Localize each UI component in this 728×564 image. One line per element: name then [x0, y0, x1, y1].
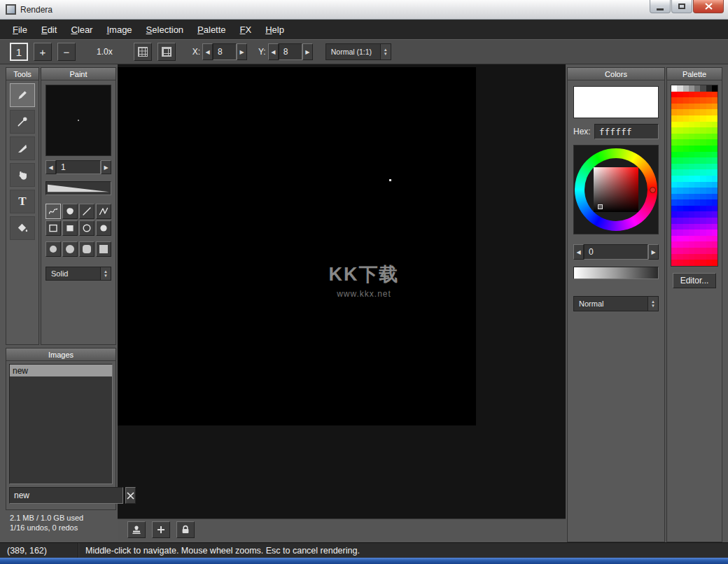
- palette-cell[interactable]: [706, 122, 712, 128]
- image-name-input[interactable]: [9, 487, 123, 504]
- palette-cell[interactable]: [694, 211, 700, 218]
- palette-cell[interactable]: [671, 224, 677, 230]
- maximize-button[interactable]: [671, 0, 692, 13]
- palette-cell[interactable]: [689, 224, 694, 230]
- palette-cell[interactable]: [712, 169, 718, 176]
- palette-cell[interactable]: [700, 218, 706, 224]
- stroke-filled-rect-button[interactable]: [62, 220, 78, 236]
- palette-cell[interactable]: [700, 92, 706, 98]
- palette-cell[interactable]: [712, 236, 718, 242]
- grid-snap-button[interactable]: [158, 43, 176, 61]
- stroke-line-button[interactable]: [79, 204, 94, 219]
- palette-cell[interactable]: [671, 152, 677, 158]
- palette-cell[interactable]: [677, 176, 682, 182]
- palette-cell[interactable]: [706, 199, 712, 206]
- menu-item-fx[interactable]: FX: [233, 21, 259, 38]
- stroke-oval-button[interactable]: [79, 220, 94, 236]
- palette-cell[interactable]: [683, 157, 689, 164]
- palette-cell[interactable]: [671, 199, 677, 206]
- palette-cell[interactable]: [694, 218, 700, 224]
- palette-cell[interactable]: [677, 97, 682, 104]
- list-item-selected[interactable]: new: [10, 365, 112, 376]
- palette-cell[interactable]: [700, 127, 706, 134]
- palette-cell[interactable]: [671, 241, 677, 248]
- palette-cell[interactable]: [694, 127, 700, 134]
- palette-cell[interactable]: [689, 248, 694, 254]
- paint-mode-dropdown[interactable]: Solid ▲▼: [46, 267, 111, 281]
- palette-cell[interactable]: [677, 92, 682, 98]
- palette-cell[interactable]: [694, 139, 700, 146]
- palette-cell[interactable]: [683, 188, 689, 194]
- palette-cell[interactable]: [700, 224, 706, 230]
- palette-cell[interactable]: [700, 206, 706, 212]
- palette-cell[interactable]: [683, 109, 689, 115]
- palette-cell[interactable]: [712, 146, 718, 152]
- palette-cell[interactable]: [706, 157, 712, 164]
- palette-cell[interactable]: [689, 182, 694, 188]
- brush-shape-rounded-square-button[interactable]: [79, 241, 94, 257]
- constrain-button[interactable]: [176, 521, 195, 538]
- palette-cell[interactable]: [706, 97, 712, 104]
- palette-cell[interactable]: [683, 139, 689, 146]
- trans-value[interactable]: 0: [584, 244, 648, 260]
- palette-cell[interactable]: [689, 92, 694, 98]
- palette-cell[interactable]: [689, 206, 694, 212]
- palette-cell[interactable]: [712, 122, 718, 128]
- palette-cell[interactable]: [671, 169, 677, 176]
- palette-cell[interactable]: [694, 176, 700, 182]
- palette-cell[interactable]: [671, 115, 677, 122]
- palette-cell[interactable]: [689, 157, 694, 164]
- delete-image-button[interactable]: [125, 487, 136, 504]
- palette-cell[interactable]: [683, 199, 689, 206]
- palette-cell[interactable]: [712, 241, 718, 248]
- palette-cell[interactable]: [671, 97, 677, 104]
- stroke-region-button[interactable]: [62, 204, 78, 219]
- palette-cell[interactable]: [706, 236, 712, 242]
- palette-cell[interactable]: [683, 248, 689, 254]
- menu-item-selection[interactable]: Selection: [139, 21, 190, 38]
- menu-item-image[interactable]: Image: [99, 21, 139, 38]
- palette-cell[interactable]: [677, 218, 682, 224]
- stroke-taper-slider[interactable]: [46, 181, 111, 195]
- menu-item-help[interactable]: Help: [258, 21, 291, 38]
- palette-cell[interactable]: [677, 134, 682, 140]
- palette-cell[interactable]: [700, 254, 706, 260]
- hue-marker[interactable]: [650, 187, 656, 193]
- palette-cell[interactable]: [677, 241, 682, 248]
- palette-cell[interactable]: [689, 104, 694, 110]
- palette-cell[interactable]: [671, 127, 677, 134]
- palette-cell[interactable]: [694, 115, 700, 122]
- palette-cell[interactable]: [706, 169, 712, 176]
- palette-cell[interactable]: [700, 134, 706, 140]
- palette-cell[interactable]: [700, 211, 706, 218]
- palette-cell[interactable]: [700, 230, 706, 236]
- palette-cell[interactable]: [689, 236, 694, 242]
- palette-cell[interactable]: [700, 115, 706, 122]
- palette-cell[interactable]: [706, 134, 712, 140]
- palette-cell[interactable]: [700, 122, 706, 128]
- palette-cell[interactable]: [671, 92, 677, 98]
- tool-paint[interactable]: [10, 83, 35, 107]
- palette-cell[interactable]: [683, 230, 689, 236]
- palette-cell[interactable]: [706, 254, 712, 260]
- palette-cell[interactable]: [677, 146, 682, 152]
- tool-fill[interactable]: [10, 216, 35, 240]
- palette-cell[interactable]: [671, 206, 677, 212]
- palette-cell[interactable]: [683, 164, 689, 170]
- palette-cell[interactable]: [712, 176, 718, 182]
- grid-y-value[interactable]: 8: [279, 43, 302, 60]
- palette-cell[interactable]: [683, 92, 689, 98]
- palette-cell[interactable]: [694, 122, 700, 128]
- palette-cell[interactable]: [671, 182, 677, 188]
- palette-cell[interactable]: [671, 248, 677, 254]
- blend-mode-dropdown[interactable]: Normal ▲▼: [573, 296, 659, 311]
- palette-cell[interactable]: [683, 146, 689, 152]
- palette-cell[interactable]: [706, 104, 712, 110]
- palette-cell[interactable]: [671, 230, 677, 236]
- palette-cell[interactable]: [683, 194, 689, 200]
- palette-cell[interactable]: [677, 254, 682, 260]
- palette-cell[interactable]: [689, 260, 694, 266]
- palette-cell[interactable]: [689, 122, 694, 128]
- palette-cell[interactable]: [712, 182, 718, 188]
- palette-cell[interactable]: [694, 85, 700, 92]
